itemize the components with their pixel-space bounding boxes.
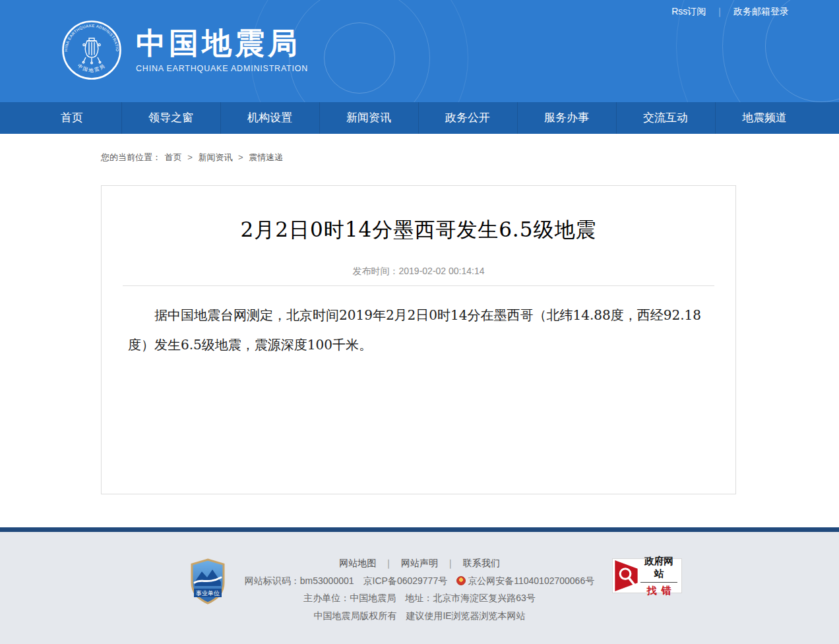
site-title: 中国地震局 — [136, 27, 308, 60]
rss-subscribe-link[interactable]: Rss订阅 — [671, 6, 706, 16]
decor-ring — [289, 0, 430, 102]
sitemap-link[interactable]: 网站地图 — [339, 558, 376, 568]
article-title: 2月2日0时14分墨西哥发生6.5级地震 — [121, 216, 716, 244]
national-emblem-icon — [456, 576, 466, 585]
footer-registration-row: 网站标识码：bm53000001京ICP备06029777号京公网安备11040… — [0, 572, 839, 590]
cea-seal-icon: CHINA EARTHQUAKE ADMINISTRATION 中国地震局 — [62, 20, 121, 80]
nav-item-gov-affairs[interactable]: 政务公开 — [418, 102, 517, 134]
nav-item-leadership[interactable]: 领导之窗 — [121, 102, 220, 134]
article-container: 2月2日0时14分墨西哥发生6.5级地震 发布时间：2019-02-02 00:… — [101, 185, 736, 494]
nav-item-interaction[interactable]: 交流互动 — [616, 102, 715, 134]
copyright: 中国地震局版权所有 — [313, 610, 396, 621]
error-report-magnifier-icon — [613, 559, 639, 593]
nav-item-home[interactable]: 首页 — [22, 102, 121, 134]
gov-error-report-badge[interactable]: 政府网站 找错 — [612, 558, 682, 593]
separator: ｜ — [715, 6, 724, 16]
footer-organizer-row: 主办单位：中国地震局地址：北京市海淀区复兴路63号 — [0, 589, 839, 607]
error-badge-text: 政府网站 找错 — [639, 555, 681, 597]
seismoscope-glyph — [82, 38, 101, 64]
breadcrumb-separator: > — [187, 152, 193, 162]
nav-item-earthquake-channel[interactable]: 地震频道 — [715, 102, 814, 134]
site-logo[interactable]: CHINA EARTHQUAKE ADMINISTRATION 中国地震局 中国… — [62, 20, 308, 80]
breadcrumb-label: 您的当前位置： — [101, 152, 161, 162]
icp-license-link[interactable]: 京ICP备06029777号 — [363, 575, 448, 586]
seal-top-text: CHINA EARTHQUAKE ADMINISTRATION — [62, 20, 119, 51]
main-nav: 首页 领导之窗 机构设置 新闻资讯 政务公开 服务办事 交流互动 地震频道 — [0, 102, 839, 134]
gov-mail-login-link[interactable]: 政务邮箱登录 — [733, 6, 789, 16]
error-badge-title: 政府网站 — [640, 555, 677, 583]
nav-item-services[interactable]: 服务办事 — [517, 102, 616, 134]
browser-tip: 建议使用IE浏览器浏览本网站 — [406, 610, 525, 621]
footer-accent-bar — [0, 527, 839, 532]
logo-text-block: 中国地震局 CHINA EARTHQUAKE ADMINISTRATION — [136, 27, 308, 74]
footer-copyright-row: 中国地震局版权所有建议使用IE浏览器浏览本网站 — [0, 607, 839, 625]
breadcrumb-current-link[interactable]: 震情速递 — [249, 152, 283, 162]
article-body: 据中国地震台网测定，北京时间2019年2月2日0时14分在墨西哥（北纬14.88… — [128, 301, 704, 360]
nav-item-organization[interactable]: 机构设置 — [220, 102, 319, 134]
contact-us-link[interactable]: 联系我们 — [463, 558, 500, 568]
separator: ｜ — [384, 558, 393, 568]
site-statement-link[interactable]: 网站声明 — [401, 558, 438, 568]
svg-text:CHINA EARTHQUAKE ADMINISTRATIO: CHINA EARTHQUAKE ADMINISTRATION — [62, 20, 119, 51]
nav-item-news[interactable]: 新闻资讯 — [319, 102, 418, 134]
organizer: 主办单位：中国地震局 — [303, 593, 396, 603]
breadcrumb: 您的当前位置： 首页 > 新闻资讯 > 震情速递 — [101, 152, 839, 163]
decor-ring — [324, 22, 395, 94]
site-footer: 事业单位 网站地图｜网站声明｜联系我们 网站标识码：bm53000001京ICP… — [0, 532, 839, 644]
header-utility-links: Rss订阅｜政务邮箱登录 — [671, 6, 789, 18]
address: 地址：北京市海淀区复兴路63号 — [405, 593, 536, 603]
police-registration-link[interactable]: 京公网安备11040102700066号 — [468, 575, 594, 586]
site-subtitle: CHINA EARTHQUAKE ADMINISTRATION — [136, 64, 308, 73]
footer-text-block: 网站地图｜网站声明｜联系我们 网站标识码：bm53000001京ICP备0602… — [0, 554, 839, 624]
breadcrumb-home-link[interactable]: 首页 — [165, 152, 182, 162]
breadcrumb-news-link[interactable]: 新闻资讯 — [198, 152, 232, 162]
divider — [123, 285, 714, 286]
site-code: 网站标识码：bm53000001 — [245, 575, 354, 586]
error-badge-action: 找错 — [639, 585, 679, 597]
site-header: Rss订阅｜政务邮箱登录 CHINA EARTHQUAKE ADMINISTRA… — [0, 0, 839, 102]
footer-links-row: 网站地图｜网站声明｜联系我们 — [0, 554, 839, 572]
publish-time: 发布时间：2019-02-02 00:14:14 — [102, 266, 735, 278]
separator: ｜ — [446, 558, 455, 568]
breadcrumb-separator: > — [238, 152, 243, 162]
